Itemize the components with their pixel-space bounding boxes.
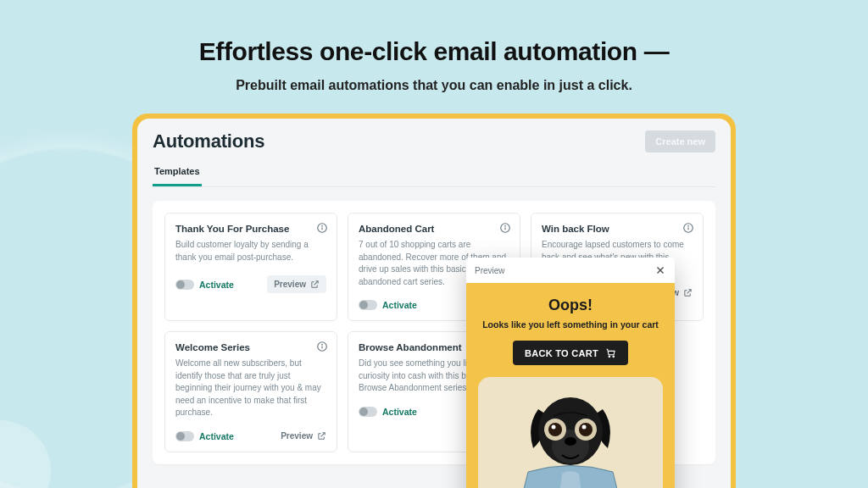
create-new-button[interactable]: Create new <box>645 130 715 152</box>
toggle-switch-icon <box>175 431 194 441</box>
external-link-icon <box>683 288 693 297</box>
page-title: Automations <box>153 130 264 152</box>
template-card: Thank You For Purchase Build customer lo… <box>164 213 337 321</box>
card-desc: Build customer loyalty by sending a than… <box>175 239 326 263</box>
activate-label: Activate <box>199 431 234 441</box>
external-link-icon <box>317 431 326 441</box>
preview-label: Preview <box>274 280 306 289</box>
tab-bar: Templates <box>153 161 715 187</box>
toggle-switch-icon <box>359 300 377 310</box>
activate-label: Activate <box>382 407 417 417</box>
app-frame: Automations Create new Templates Thank Y… <box>132 114 736 488</box>
external-link-icon <box>310 280 320 289</box>
cart-icon <box>605 347 616 358</box>
info-icon[interactable] <box>499 222 511 234</box>
preview-image <box>478 377 663 488</box>
info-icon[interactable] <box>682 222 694 234</box>
info-icon[interactable] <box>316 341 328 352</box>
svg-point-26 <box>582 425 587 430</box>
activate-toggle[interactable]: Activate <box>175 280 234 290</box>
hero-title: Effortless one-click email automation — <box>0 37 868 66</box>
popover-heading: Oops! <box>478 297 663 314</box>
svg-point-18 <box>613 356 615 358</box>
svg-point-23 <box>548 423 562 436</box>
activate-label: Activate <box>382 300 417 310</box>
toggle-switch-icon <box>175 280 194 290</box>
svg-point-17 <box>609 356 610 358</box>
toggle-switch-icon <box>359 407 377 417</box>
svg-point-5 <box>505 225 506 226</box>
svg-point-2 <box>322 225 323 226</box>
activate-toggle[interactable]: Activate <box>175 431 234 441</box>
card-title: Abandoned Cart <box>359 224 509 234</box>
card-title: Welcome Series <box>175 342 326 352</box>
pug-illustration-icon <box>511 379 630 488</box>
card-desc: Welcome all new subscribers, but identif… <box>175 358 326 419</box>
preview-label: Preview <box>281 431 313 441</box>
svg-point-27 <box>565 437 576 446</box>
svg-point-25 <box>552 425 556 430</box>
close-icon[interactable] <box>654 264 666 276</box>
svg-point-8 <box>688 225 689 226</box>
back-to-cart-label: BACK TO CART <box>525 348 598 358</box>
svg-point-11 <box>322 344 323 345</box>
popover-message: Looks like you left something in your ca… <box>478 319 663 330</box>
preview-popover: Preview Oops! Looks like you left someth… <box>466 258 675 488</box>
activate-toggle[interactable]: Activate <box>359 300 417 310</box>
tab-templates[interactable]: Templates <box>153 161 202 186</box>
preview-button[interactable]: Preview <box>281 431 326 441</box>
info-icon[interactable] <box>316 222 328 234</box>
app-window: Automations Create new Templates Thank Y… <box>137 119 731 488</box>
popover-title: Preview <box>475 266 505 275</box>
back-to-cart-button[interactable]: BACK TO CART <box>513 341 628 365</box>
preview-button[interactable]: Preview <box>267 275 326 293</box>
svg-point-24 <box>579 423 593 436</box>
card-title: Win back Flow <box>542 224 693 234</box>
activate-label: Activate <box>199 280 234 290</box>
hero-subtitle: Prebuilt email automations that you can … <box>0 78 868 93</box>
template-card: Welcome Series Welcome all new subscribe… <box>164 331 337 452</box>
card-title: Thank You For Purchase <box>175 224 326 234</box>
activate-toggle[interactable]: Activate <box>359 407 417 417</box>
